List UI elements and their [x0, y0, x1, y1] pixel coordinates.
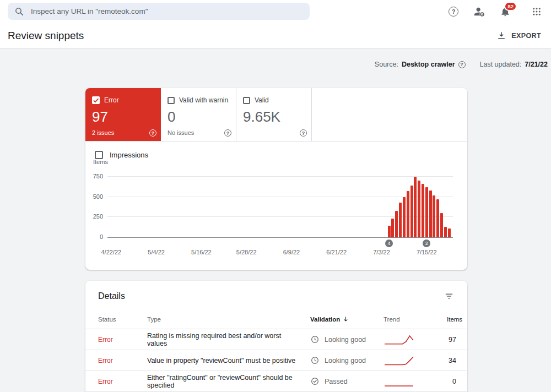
help-icon[interactable]: ? — [300, 129, 307, 137]
chart-annotation-marker[interactable]: 2 — [423, 239, 430, 247]
impressions-checkbox[interactable] — [95, 151, 103, 159]
filter-icon — [444, 291, 454, 301]
chart-bar[interactable] — [414, 177, 417, 237]
row-type: Either "ratingCount" or "reviewCount" sh… — [147, 374, 310, 389]
source-label: Source: — [375, 61, 398, 68]
tab-error-issues: 2 issues — [92, 129, 114, 136]
row-status: Error — [98, 357, 147, 364]
chart-annotation-marker[interactable]: 4 — [385, 239, 393, 247]
valid-checkbox[interactable] — [243, 97, 250, 104]
row-status: Error — [98, 336, 147, 344]
chart-bar[interactable] — [395, 211, 398, 237]
help-icon[interactable]: ? — [458, 61, 466, 68]
error-checkbox[interactable] — [92, 96, 100, 104]
chart-bar[interactable] — [403, 197, 406, 237]
chart-bar[interactable] — [429, 190, 432, 237]
chart-bar[interactable] — [436, 199, 439, 237]
notification-badge: 82 — [504, 2, 517, 11]
chart-bar[interactable] — [388, 226, 391, 237]
chart-bar[interactable] — [410, 186, 413, 237]
col-trend: Trend — [383, 316, 447, 323]
search-icon — [14, 7, 24, 17]
table-header: Status Type Validation Trend Items — [85, 309, 467, 329]
x-axis-tick: 5/4/22 — [148, 249, 165, 255]
source-value: Desktop crawler — [402, 61, 455, 68]
chart-bar[interactable] — [407, 191, 409, 237]
col-status: Status — [98, 316, 147, 323]
y-axis-tick: 500 — [87, 193, 103, 200]
row-items: 97 — [447, 336, 456, 344]
clock-icon — [310, 335, 320, 344]
url-inspection-search[interactable] — [8, 3, 310, 20]
chart-bar[interactable] — [440, 213, 443, 237]
row-items: 0 — [447, 378, 456, 385]
chart-bar[interactable] — [448, 228, 451, 237]
x-axis-tick: 7/3/22 — [373, 249, 390, 255]
x-axis-tick: 4/22/22 — [101, 249, 121, 255]
clock-icon — [310, 356, 320, 365]
apps-grid-button[interactable] — [530, 5, 543, 18]
filter-button[interactable] — [443, 290, 455, 302]
chart-bar[interactable] — [433, 195, 435, 237]
x-axis-tick: 5/28/22 — [236, 249, 257, 255]
row-type: Rating is missing required best and/or w… — [147, 332, 310, 347]
tab-valid-warning-label: Valid with warnin... — [179, 96, 229, 104]
impressions-label: Impressions — [110, 151, 148, 159]
chart-bar[interactable] — [418, 181, 420, 237]
notifications-button[interactable]: 82 — [499, 5, 512, 18]
last-updated-value: 7/21/22 — [525, 61, 548, 68]
topbar: ? 82 — [0, 0, 551, 23]
trend-sparkline — [383, 355, 414, 366]
tab-valid-warning-count: 0 — [168, 108, 229, 126]
table-row[interactable]: Error Either "ratingCount" or "reviewCou… — [85, 371, 467, 392]
tab-error-count: 97 — [92, 108, 154, 126]
download-icon — [496, 31, 506, 41]
table-row[interactable]: Error Value in property "reviewCount" mu… — [85, 350, 467, 371]
row-validation: Passed — [325, 378, 348, 385]
tab-valid[interactable]: Valid 9.65K ? — [236, 88, 312, 141]
chart-bar[interactable] — [399, 203, 402, 237]
gridline — [107, 176, 453, 177]
valid-warning-checkbox[interactable] — [168, 97, 175, 104]
tab-valid-count: 9.65K — [243, 108, 305, 126]
export-button[interactable]: EXPORT — [494, 28, 543, 44]
row-items: 34 — [447, 357, 456, 364]
chart-bar[interactable] — [422, 184, 424, 237]
manage-users-button[interactable] — [473, 5, 486, 18]
search-input[interactable] — [31, 7, 303, 15]
help-icon[interactable]: ? — [224, 129, 231, 137]
tab-valid-with-warnings[interactable]: Valid with warnin... 0 No issues ? — [161, 88, 236, 141]
last-updated-label: Last updated: — [480, 61, 522, 68]
chart-bar[interactable] — [391, 219, 394, 237]
tab-error[interactable]: Error 97 2 issues ? — [85, 88, 161, 141]
chart-bar[interactable] — [425, 187, 428, 237]
row-status: Error — [98, 378, 147, 385]
col-validation[interactable]: Validation — [310, 315, 383, 323]
help-button[interactable]: ? — [447, 5, 460, 18]
row-type: Value in property "reviewCount" must be … — [147, 357, 310, 364]
chart-plot: 02505007504/22/225/4/225/16/225/28/226/9… — [107, 168, 453, 238]
tab-error-label: Error — [104, 96, 119, 104]
arrow-down-icon — [342, 315, 349, 323]
y-axis-tick: 250 — [87, 213, 103, 220]
y-axis-tick: 0 — [87, 233, 103, 240]
tab-valid-label: Valid — [255, 96, 269, 104]
x-axis-tick: 5/16/22 — [191, 249, 212, 255]
manage-users-icon — [473, 6, 485, 18]
row-validation: Looking good — [325, 336, 366, 344]
details-title: Details — [98, 291, 125, 301]
x-axis-tick: 6/21/22 — [326, 249, 347, 255]
trend-sparkline — [383, 376, 414, 387]
help-icon[interactable]: ? — [149, 129, 156, 137]
items-chart: Items 02505007504/22/225/4/225/16/225/28… — [85, 159, 467, 238]
tab-valid-warning-issues: No issues — [168, 129, 194, 136]
table-row[interactable]: Error Rating is missing required best an… — [85, 329, 467, 350]
y-axis-title: Items — [93, 159, 467, 165]
impressions-toggle[interactable]: Impressions — [85, 141, 467, 159]
trend-sparkline — [383, 334, 414, 345]
x-axis-tick: 7/15/22 — [417, 249, 437, 255]
status-chart-card: Error 97 2 issues ? Valid with warnin...… — [85, 88, 467, 270]
status-tabs: Error 97 2 issues ? Valid with warnin...… — [85, 88, 467, 141]
chart-bar[interactable] — [444, 227, 447, 237]
title-bar: Review snippets EXPORT — [0, 23, 551, 49]
